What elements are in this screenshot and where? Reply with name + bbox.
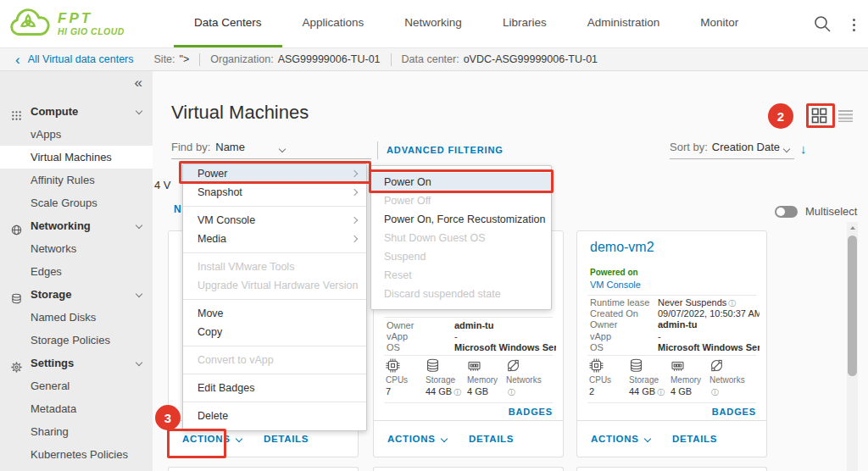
nav-item-libraries[interactable]: Libraries	[482, 0, 567, 47]
advanced-filtering-link[interactable]: ADVANCED FILTERING	[387, 145, 504, 155]
chevron-down-icon	[136, 222, 142, 229]
sort-by-select[interactable]: Sort by:Creation Date	[670, 141, 794, 159]
card-details-button[interactable]: DETAILS	[469, 434, 514, 444]
cpu-icon	[589, 358, 604, 374]
sort-direction-arrow[interactable]: ↓	[800, 141, 807, 156]
sidebar-item-kubernetes-policies[interactable]: Kubernetes Policies	[0, 443, 153, 466]
find-by-select[interactable]: Find by:Name	[171, 141, 371, 159]
sidebar-item-networks[interactable]: Networks	[0, 237, 153, 260]
menu-item-vm-console[interactable]: VM Console	[183, 211, 366, 230]
top-bar: FPT HI GIO CLOUD Data CentersApplication…	[0, 0, 868, 48]
info-icon[interactable]: ⓘ	[657, 388, 665, 396]
sidebar-item-scale-groups[interactable]: Scale Groups	[0, 191, 153, 214]
new-vm-button[interactable]: N	[174, 203, 182, 215]
multiselect-toggle[interactable]	[775, 206, 798, 218]
vm-detail-row: Created On09/07/2022, 10:50:37 AM	[590, 308, 760, 319]
info-icon[interactable]: ⓘ	[508, 388, 515, 396]
collapse-sidebar-icon[interactable]: «	[135, 75, 142, 91]
sidebar-item-compute[interactable]: Compute	[0, 100, 153, 123]
menu-item-move[interactable]: Move	[183, 304, 366, 323]
card-details-button[interactable]: DETAILS	[264, 434, 309, 444]
sidebar-items: ComputevAppsVirtual MachinesAffinity Rul…	[0, 100, 153, 466]
stat-label: CPUs	[386, 375, 426, 385]
grid-view-button[interactable]	[811, 108, 827, 124]
annotation-step-2-badge: 2	[768, 103, 793, 129]
sidebar-item-label: Named Disks	[31, 311, 96, 324]
sidebar-item-storage-policies[interactable]: Storage Policies	[0, 329, 153, 352]
next-row-card-edge	[168, 467, 359, 471]
detail-value: 09/07/2022, 10:50:37 AM	[658, 308, 760, 319]
sidebar-item-named-disks[interactable]: Named Disks	[0, 306, 153, 329]
card-details-button[interactable]: DETAILS	[672, 434, 717, 444]
menu-divider	[183, 252, 366, 253]
breadcrumb-back-link[interactable]: ‹ All Virtual data centers	[15, 53, 134, 67]
info-icon[interactable]: ⓘ	[711, 388, 719, 396]
scroll-up-arrow[interactable]	[847, 222, 858, 234]
list-view-button[interactable]	[837, 109, 854, 122]
nav-item-networking[interactable]: Networking	[384, 0, 482, 47]
menu-item-snapshot[interactable]: Snapshot	[183, 183, 366, 202]
sidebar-item-edges[interactable]: Edges	[0, 260, 153, 283]
submenu-arrow-icon	[351, 170, 358, 177]
detail-label: Owner	[590, 319, 658, 330]
globe-icon	[11, 220, 22, 231]
stat-memory: Memory4 GB	[467, 358, 508, 396]
storage-icon	[426, 358, 441, 374]
submenu-item-power-on-force-recustomization[interactable]: Power On, Force Recustomization	[371, 210, 551, 229]
menu-item-edit-badges[interactable]: Edit Badges	[183, 379, 366, 397]
menu-item-copy[interactable]: Copy	[183, 323, 366, 341]
memory-icon	[467, 358, 482, 374]
submenu-arrow-icon	[351, 189, 358, 196]
sidebar-item-settings[interactable]: Settings	[0, 352, 153, 374]
info-icon[interactable]: ⓘ	[728, 299, 736, 308]
sidebar-item-label: Virtual Machines	[31, 151, 112, 163]
vertical-scrollbar[interactable]	[847, 222, 858, 471]
sidebar-item-affinity-rules[interactable]: Affinity Rules	[0, 169, 153, 191]
menu-item-delete[interactable]: Delete	[183, 407, 366, 425]
nav-item-data-centers[interactable]: Data Centers	[174, 0, 282, 47]
submenu-item-reset: Reset	[371, 266, 551, 285]
nav-item-monitor[interactable]: Monitor	[680, 0, 759, 47]
badges-link[interactable]: BADGES	[509, 407, 553, 417]
menu-item-label: VM Console	[198, 214, 255, 226]
menu-item-label: Power On	[384, 176, 431, 188]
stat-label: Memory	[467, 375, 508, 385]
kebab-menu-icon[interactable]	[848, 14, 860, 35]
detail-value: -	[658, 331, 661, 341]
vm-name-link[interactable]: demo-vm2	[590, 240, 654, 255]
sidebar-item-sharing[interactable]: Sharing	[0, 420, 153, 443]
vm-console-link[interactable]: VM Console	[590, 280, 641, 290]
submenu-item-discard-suspended-state: Discard suspended state	[371, 285, 551, 303]
detail-value: Microsoft Windows Server 20...	[454, 342, 556, 352]
info-icon[interactable]: ⓘ	[453, 388, 461, 396]
menu-item-label: Snapshot	[198, 186, 242, 198]
card-actions-button[interactable]: ACTIONS	[182, 434, 242, 444]
sidebar-item-vapps[interactable]: vApps	[0, 123, 153, 146]
card-actions-button[interactable]: ACTIONS	[591, 434, 650, 444]
sidebar-item-storage[interactable]: Storage	[0, 283, 153, 306]
stat-memory: Memory4 GB	[670, 358, 711, 396]
sidebar-item-general[interactable]: General	[0, 374, 153, 397]
badges-link[interactable]: BADGES	[712, 407, 756, 417]
card-actions-button[interactable]: ACTIONS	[387, 434, 447, 444]
sidebar-item-networking[interactable]: Networking	[0, 214, 153, 237]
menu-item-media[interactable]: Media	[183, 230, 366, 248]
menu-item-label: Shut Down Guest OS	[384, 232, 486, 244]
nav-item-applications[interactable]: Applications	[282, 0, 385, 47]
menu-item-label: Move	[198, 308, 224, 319]
scrollbar-thumb[interactable]	[848, 236, 857, 376]
nav-item-administration[interactable]: Administration	[567, 0, 681, 47]
breadcrumb-label: Site:	[154, 53, 175, 65]
sidebar-item-virtual-machines[interactable]: Virtual Machines	[0, 146, 153, 169]
search-icon[interactable]	[812, 14, 834, 36]
chevron-down-icon	[136, 108, 142, 114]
vm-actions-menu: PowerSnapshotVM ConsoleMediaInstall VMwa…	[182, 163, 367, 431]
stat-value: ⓘ	[506, 386, 547, 398]
vm-detail-rows: Runtime leaseNever SuspendsⓘCreated On09…	[590, 297, 760, 353]
sidebar-item-metadata[interactable]: Metadata	[0, 397, 153, 420]
submenu-item-power-on[interactable]: Power On	[371, 173, 551, 191]
vm-power-status: Powered on	[590, 268, 638, 277]
memory-icon	[670, 358, 686, 374]
sidebar-item-label: Sharing	[31, 425, 69, 438]
menu-item-power[interactable]: Power	[183, 164, 366, 183]
